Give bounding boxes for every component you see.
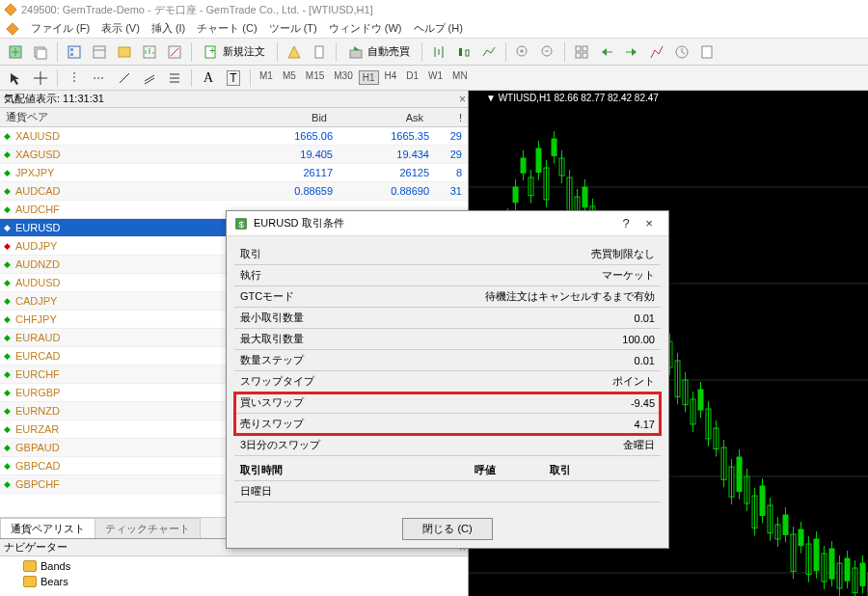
auto-trade-button[interactable]: 自動売買 [341,41,417,64]
menu-tool[interactable]: ツール (T) [269,21,317,36]
timeframe-d1[interactable]: D1 [402,70,422,85]
meta-editor-icon[interactable] [283,41,306,64]
text-icon[interactable]: A [197,68,220,89]
menu-window[interactable]: ウィンドウ (W) [329,21,402,36]
menubar: ファイル (F) 表示 (V) 挿入 (I) チャート (C) ツール (T) … [0,19,868,39]
svg-text:+: + [209,44,215,56]
templates-icon[interactable] [695,41,719,64]
tester-icon[interactable] [163,41,186,64]
svg-rect-6 [37,49,46,59]
bar-chart-icon[interactable] [427,41,450,64]
market-watch-row[interactable]: ◆ AUDCAD 0.88659 0.88690 31 [0,182,468,201]
col-bid[interactable]: Bid [236,110,333,125]
menu-file[interactable]: ファイル (F) [31,21,90,36]
channel-icon[interactable] [138,68,161,89]
line-chart-icon[interactable] [477,41,501,64]
timeframe-m15[interactable]: M15 [302,70,328,85]
dialog-titlebar[interactable]: $ EURUSD 取引条件 ? × [227,211,668,236]
text-label-icon[interactable]: T [222,68,245,89]
new-chart-icon[interactable] [4,41,27,64]
menu-view[interactable]: 表示 (V) [101,21,140,36]
indicators-icon[interactable] [645,41,668,64]
app-menu-icon[interactable] [6,22,19,36]
close-button[interactable]: 閉じる (C) [402,518,492,540]
indicator-icon [23,560,37,572]
symbol-name: XAGUSD [14,149,236,160]
timeframe-h1[interactable]: H1 [359,70,379,85]
auto-trade-icon [348,44,364,60]
spec-key: 最大取引数量 [234,329,378,350]
navigator-icon[interactable] [113,41,136,64]
col-symbol[interactable]: 通貨ペア [0,108,236,126]
svg-marker-0 [5,4,16,15]
terminal-icon[interactable] [138,41,161,64]
options-icon[interactable] [308,41,331,64]
direction-icon: ◆ [0,259,14,269]
direction-icon: ◆ [0,314,14,324]
spec-key: 3日分のスワップ [234,435,378,456]
timeframe-h4[interactable]: H4 [381,70,401,85]
close-icon[interactable]: × [637,216,661,230]
app-icon [4,3,17,16]
spec-row: 最大取引数量100.00 [234,329,661,350]
zoom-in-icon[interactable] [511,41,534,64]
ask-price: 0.88690 [333,185,429,197]
svg-rect-28 [466,50,469,56]
session-quote [427,481,544,502]
market-watch-icon[interactable] [63,41,86,64]
periods-icon[interactable] [670,41,693,64]
col-exc[interactable]: ! [429,110,468,125]
data-window-icon[interactable] [88,41,111,64]
menu-chart[interactable]: チャート (C) [197,21,257,36]
profiles-icon[interactable] [29,41,52,64]
new-order-button[interactable]: + 新規注文 [197,41,272,64]
direction-icon: ◆ [0,223,14,232]
candle-chart-icon[interactable] [452,41,475,64]
fibo-icon[interactable] [163,68,186,89]
timeframe-w1[interactable]: W1 [424,70,447,85]
symbol-name: EURUSD [14,222,236,233]
trendline-icon[interactable] [113,68,136,89]
col-quote: 呼値 [427,460,544,481]
timeframe-mn[interactable]: MN [448,70,472,85]
crosshair-icon[interactable] [29,68,52,89]
direction-icon: ◆ [0,186,14,196]
menu-help[interactable]: ヘルプ (H) [414,21,463,36]
svg-rect-12 [119,47,130,57]
auto-scroll-icon[interactable] [595,41,618,64]
timeframe-m30[interactable]: M30 [330,70,356,85]
zoom-out-icon[interactable] [536,41,559,64]
svg-rect-35 [583,46,587,51]
svg-rect-37 [583,53,587,58]
market-watch-row[interactable]: ◆ JPXJPY 26117 26125 8 [0,164,468,182]
symbol-name: EURNZD [14,405,236,417]
timeframe-m1[interactable]: M1 [256,70,277,85]
tab-symbol-list[interactable]: 通貨ペアリスト [0,518,95,538]
direction-icon: ◆ [0,204,14,214]
help-icon[interactable]: ? [614,216,637,230]
hline-icon[interactable] [88,68,111,89]
dialog-icon: $ [234,217,248,230]
chart-shift-icon[interactable] [620,41,643,64]
svg-rect-21 [315,46,323,58]
tab-tick-chart[interactable]: ティックチャート [95,518,201,538]
menu-insert[interactable]: 挿入 (I) [151,21,185,36]
market-watch-row[interactable]: ◆ XAUUSD 1665.06 1665.35 29 [0,127,468,146]
vline-icon[interactable] [63,68,86,89]
spec-value: -9.45 [378,393,662,414]
symbol-name: AUDCHF [14,203,236,215]
navigator-item[interactable]: Bands [4,558,464,574]
market-watch-row[interactable]: ◆ XAGUSD 19.405 19.434 29 [0,146,468,164]
navigator-item[interactable]: Bears [4,574,464,589]
timeframe-m5[interactable]: M5 [279,70,300,85]
tile-icon[interactable] [570,41,593,64]
spec-key: 執行 [234,265,378,286]
close-icon[interactable]: × [459,93,466,106]
cursor-icon[interactable] [4,68,27,89]
symbol-name: EURGBP [14,387,236,398]
svg-text:$: $ [238,218,244,229]
spec-value: 4.17 [378,414,662,435]
ask-price: 1665.35 [333,130,429,142]
indicator-icon [23,576,37,587]
col-ask[interactable]: Ask [333,110,429,125]
